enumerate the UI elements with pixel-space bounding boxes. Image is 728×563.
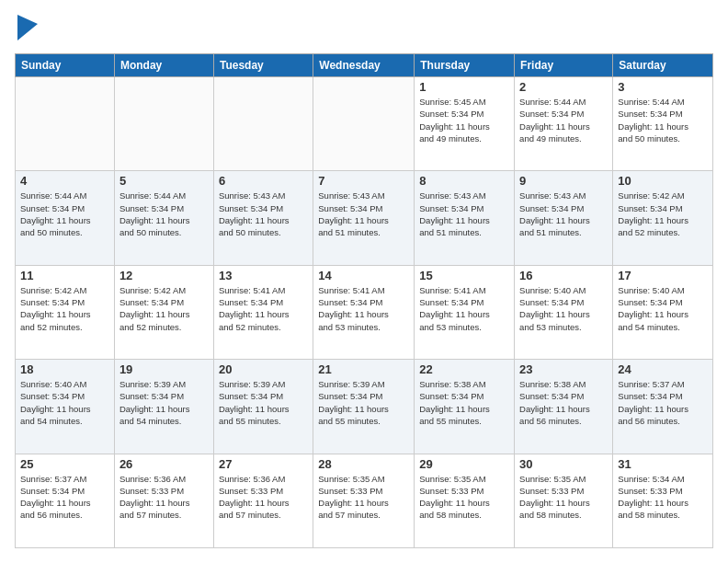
calendar-cell: 31Sunrise: 5:34 AM Sunset: 5:33 PM Dayli… [613, 454, 713, 547]
calendar-cell [114, 77, 213, 171]
header [15, 15, 713, 44]
calendar-cell: 28Sunrise: 5:35 AM Sunset: 5:33 PM Dayli… [313, 454, 415, 547]
day-info: Sunrise: 5:37 AM Sunset: 5:34 PM Dayligh… [618, 378, 708, 427]
day-number: 12 [119, 269, 209, 282]
day-info: Sunrise: 5:40 AM Sunset: 5:34 PM Dayligh… [618, 284, 708, 333]
calendar-cell: 8Sunrise: 5:43 AM Sunset: 5:34 PM Daylig… [415, 171, 515, 265]
day-number: 27 [219, 457, 308, 471]
day-info: Sunrise: 5:39 AM Sunset: 5:34 PM Dayligh… [318, 378, 409, 427]
day-info: Sunrise: 5:43 AM Sunset: 5:34 PM Dayligh… [419, 190, 509, 238]
day-info: Sunrise: 5:35 AM Sunset: 5:33 PM Dayligh… [318, 473, 409, 522]
day-number: 16 [519, 269, 608, 282]
calendar-cell: 24Sunrise: 5:37 AM Sunset: 5:34 PM Dayli… [613, 360, 713, 454]
day-number: 10 [618, 174, 708, 188]
calendar-cell: 22Sunrise: 5:38 AM Sunset: 5:34 PM Dayli… [415, 360, 515, 454]
calendar-cell: 4Sunrise: 5:44 AM Sunset: 5:34 PM Daylig… [16, 171, 115, 265]
day-info: Sunrise: 5:42 AM Sunset: 5:34 PM Dayligh… [618, 190, 708, 238]
calendar-cell: 19Sunrise: 5:39 AM Sunset: 5:34 PM Dayli… [114, 360, 213, 454]
day-number: 3 [618, 80, 708, 94]
calendar-cell: 13Sunrise: 5:41 AM Sunset: 5:34 PM Dayli… [213, 265, 313, 359]
calendar-cell: 20Sunrise: 5:39 AM Sunset: 5:34 PM Dayli… [213, 360, 313, 454]
calendar-cell: 15Sunrise: 5:41 AM Sunset: 5:34 PM Dayli… [415, 265, 515, 359]
day-info: Sunrise: 5:38 AM Sunset: 5:34 PM Dayligh… [519, 378, 608, 427]
day-info: Sunrise: 5:43 AM Sunset: 5:34 PM Dayligh… [519, 190, 608, 238]
logo-area [15, 15, 38, 44]
week-row-4: 18Sunrise: 5:40 AM Sunset: 5:34 PM Dayli… [16, 360, 713, 454]
day-info: Sunrise: 5:42 AM Sunset: 5:34 PM Dayligh… [119, 284, 209, 333]
day-number: 1 [419, 80, 509, 94]
calendar-cell: 26Sunrise: 5:36 AM Sunset: 5:33 PM Dayli… [114, 454, 213, 547]
calendar-cell [313, 77, 415, 171]
calendar-cell: 12Sunrise: 5:42 AM Sunset: 5:34 PM Dayli… [114, 265, 213, 359]
col-header-wednesday: Wednesday [313, 54, 415, 77]
day-info: Sunrise: 5:36 AM Sunset: 5:33 PM Dayligh… [219, 473, 308, 522]
logo-icon [17, 15, 38, 44]
svg-marker-0 [17, 15, 38, 40]
calendar-cell: 18Sunrise: 5:40 AM Sunset: 5:34 PM Dayli… [16, 360, 115, 454]
calendar-table: SundayMondayTuesdayWednesdayThursdayFrid… [15, 53, 713, 548]
day-info: Sunrise: 5:35 AM Sunset: 5:33 PM Dayligh… [519, 473, 608, 522]
day-number: 15 [419, 269, 509, 282]
day-info: Sunrise: 5:44 AM Sunset: 5:34 PM Dayligh… [119, 190, 209, 238]
col-header-monday: Monday [114, 54, 213, 77]
calendar-cell: 16Sunrise: 5:40 AM Sunset: 5:34 PM Dayli… [515, 265, 613, 359]
day-number: 22 [419, 362, 509, 376]
calendar-cell: 29Sunrise: 5:35 AM Sunset: 5:33 PM Dayli… [415, 454, 515, 547]
day-headers-row: SundayMondayTuesdayWednesdayThursdayFrid… [16, 54, 713, 77]
calendar-cell: 7Sunrise: 5:43 AM Sunset: 5:34 PM Daylig… [313, 171, 415, 265]
day-number: 20 [219, 362, 308, 376]
calendar-cell: 21Sunrise: 5:39 AM Sunset: 5:34 PM Dayli… [313, 360, 415, 454]
day-number: 9 [519, 174, 608, 188]
day-info: Sunrise: 5:44 AM Sunset: 5:34 PM Dayligh… [618, 96, 708, 144]
calendar-cell [213, 77, 313, 171]
day-number: 25 [20, 457, 109, 471]
col-header-friday: Friday [515, 54, 613, 77]
day-number: 18 [20, 362, 109, 376]
day-info: Sunrise: 5:40 AM Sunset: 5:34 PM Dayligh… [20, 378, 109, 427]
calendar-cell: 27Sunrise: 5:36 AM Sunset: 5:33 PM Dayli… [213, 454, 313, 547]
day-info: Sunrise: 5:43 AM Sunset: 5:34 PM Dayligh… [318, 190, 409, 238]
day-number: 28 [318, 457, 409, 471]
day-info: Sunrise: 5:41 AM Sunset: 5:34 PM Dayligh… [219, 284, 308, 333]
day-info: Sunrise: 5:45 AM Sunset: 5:34 PM Dayligh… [419, 96, 509, 144]
week-row-1: 1Sunrise: 5:45 AM Sunset: 5:34 PM Daylig… [16, 77, 713, 171]
day-info: Sunrise: 5:37 AM Sunset: 5:34 PM Dayligh… [20, 473, 109, 522]
day-info: Sunrise: 5:43 AM Sunset: 5:34 PM Dayligh… [219, 190, 308, 238]
day-info: Sunrise: 5:35 AM Sunset: 5:33 PM Dayligh… [419, 473, 509, 522]
calendar-cell: 11Sunrise: 5:42 AM Sunset: 5:34 PM Dayli… [16, 265, 115, 359]
calendar-cell: 2Sunrise: 5:44 AM Sunset: 5:34 PM Daylig… [515, 77, 613, 171]
day-number: 26 [119, 457, 209, 471]
col-header-thursday: Thursday [415, 54, 515, 77]
day-number: 2 [519, 80, 608, 94]
day-info: Sunrise: 5:40 AM Sunset: 5:34 PM Dayligh… [519, 284, 608, 333]
day-info: Sunrise: 5:36 AM Sunset: 5:33 PM Dayligh… [119, 473, 209, 522]
calendar-cell: 10Sunrise: 5:42 AM Sunset: 5:34 PM Dayli… [613, 171, 713, 265]
day-number: 21 [318, 362, 409, 376]
col-header-tuesday: Tuesday [213, 54, 313, 77]
day-number: 29 [419, 457, 509, 471]
day-info: Sunrise: 5:39 AM Sunset: 5:34 PM Dayligh… [219, 378, 308, 427]
day-number: 30 [519, 457, 608, 471]
calendar-cell: 17Sunrise: 5:40 AM Sunset: 5:34 PM Dayli… [613, 265, 713, 359]
day-number: 13 [219, 269, 308, 282]
day-number: 5 [119, 174, 209, 188]
day-info: Sunrise: 5:44 AM Sunset: 5:34 PM Dayligh… [20, 190, 109, 238]
day-number: 14 [318, 269, 409, 282]
day-number: 7 [318, 174, 409, 188]
calendar-cell: 3Sunrise: 5:44 AM Sunset: 5:34 PM Daylig… [613, 77, 713, 171]
day-number: 8 [419, 174, 509, 188]
day-number: 31 [618, 457, 708, 471]
col-header-saturday: Saturday [613, 54, 713, 77]
day-info: Sunrise: 5:41 AM Sunset: 5:34 PM Dayligh… [318, 284, 409, 333]
calendar-cell: 9Sunrise: 5:43 AM Sunset: 5:34 PM Daylig… [515, 171, 613, 265]
day-number: 17 [618, 269, 708, 282]
day-number: 24 [618, 362, 708, 376]
calendar-cell: 1Sunrise: 5:45 AM Sunset: 5:34 PM Daylig… [415, 77, 515, 171]
day-info: Sunrise: 5:38 AM Sunset: 5:34 PM Dayligh… [419, 378, 509, 427]
calendar-cell: 14Sunrise: 5:41 AM Sunset: 5:34 PM Dayli… [313, 265, 415, 359]
calendar-cell: 30Sunrise: 5:35 AM Sunset: 5:33 PM Dayli… [515, 454, 613, 547]
calendar-cell: 6Sunrise: 5:43 AM Sunset: 5:34 PM Daylig… [213, 171, 313, 265]
week-row-2: 4Sunrise: 5:44 AM Sunset: 5:34 PM Daylig… [16, 171, 713, 265]
day-number: 11 [20, 269, 109, 282]
day-info: Sunrise: 5:42 AM Sunset: 5:34 PM Dayligh… [20, 284, 109, 333]
